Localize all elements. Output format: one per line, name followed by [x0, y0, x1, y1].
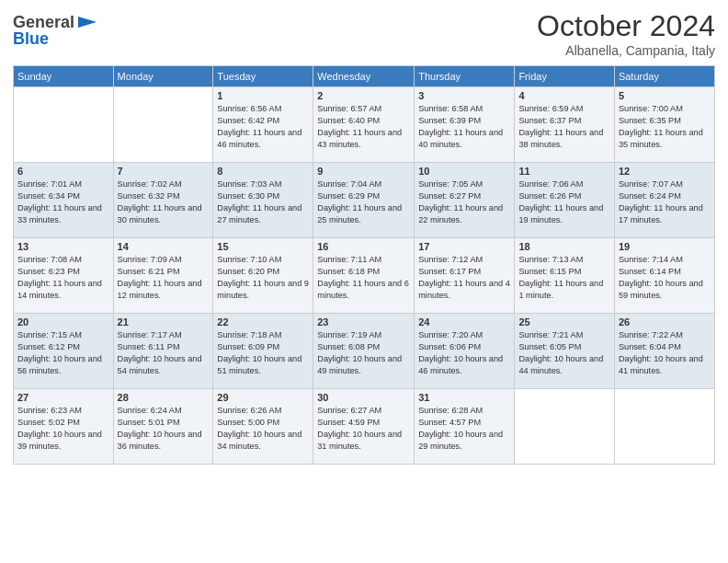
day-number: 6 — [17, 166, 109, 177]
day-number: 3 — [418, 90, 510, 101]
calendar-cell: 27Sunrise: 6:23 AMSunset: 5:02 PMDayligh… — [14, 389, 114, 465]
day-number: 19 — [619, 241, 711, 252]
day-number: 26 — [619, 316, 711, 327]
day-info: Sunrise: 6:56 AMSunset: 6:42 PMDaylight:… — [217, 103, 309, 151]
calendar-cell: 23Sunrise: 7:19 AMSunset: 6:08 PMDayligh… — [313, 314, 415, 389]
calendar-header-row: SundayMondayTuesdayWednesdayThursdayFrid… — [14, 66, 715, 87]
day-number: 22 — [217, 316, 309, 327]
calendar-day-header: Thursday — [415, 66, 515, 87]
day-info: Sunrise: 6:26 AMSunset: 5:00 PMDaylight:… — [217, 405, 309, 453]
calendar-cell: 19Sunrise: 7:14 AMSunset: 6:14 PMDayligh… — [614, 238, 714, 314]
day-number: 17 — [418, 241, 510, 252]
calendar-cell: 18Sunrise: 7:13 AMSunset: 6:15 PMDayligh… — [515, 238, 615, 314]
day-number: 21 — [118, 316, 210, 327]
calendar-cell: 28Sunrise: 6:24 AMSunset: 5:01 PMDayligh… — [113, 389, 213, 465]
day-info: Sunrise: 7:10 AMSunset: 6:20 PMDaylight:… — [217, 254, 309, 302]
calendar-cell: 3Sunrise: 6:58 AMSunset: 6:39 PMDaylight… — [415, 87, 515, 163]
day-info: Sunrise: 6:23 AMSunset: 5:02 PMDaylight:… — [17, 405, 109, 453]
day-number: 14 — [118, 241, 210, 252]
day-info: Sunrise: 7:12 AMSunset: 6:17 PMDaylight:… — [418, 254, 510, 302]
calendar-cell: 4Sunrise: 6:59 AMSunset: 6:37 PMDaylight… — [515, 87, 615, 163]
day-number: 24 — [418, 316, 510, 327]
title-block: October 2024 Albanella, Campania, Italy — [537, 9, 715, 58]
calendar-cell: 13Sunrise: 7:08 AMSunset: 6:23 PMDayligh… — [14, 238, 114, 314]
calendar-cell: 8Sunrise: 7:03 AMSunset: 6:30 PMDaylight… — [213, 163, 313, 238]
calendar-cell — [614, 389, 714, 465]
day-number: 8 — [217, 166, 309, 177]
calendar-cell: 17Sunrise: 7:12 AMSunset: 6:17 PMDayligh… — [415, 238, 515, 314]
calendar-cell: 14Sunrise: 7:09 AMSunset: 6:21 PMDayligh… — [113, 238, 213, 314]
day-number: 9 — [317, 166, 410, 177]
day-info: Sunrise: 7:15 AMSunset: 6:12 PMDaylight:… — [17, 329, 109, 377]
day-number: 30 — [317, 392, 410, 403]
calendar-cell — [14, 87, 114, 163]
calendar-cell: 31Sunrise: 6:28 AMSunset: 4:57 PMDayligh… — [415, 389, 515, 465]
calendar-week-row: 6Sunrise: 7:01 AMSunset: 6:34 PMDaylight… — [14, 163, 715, 238]
calendar-week-row: 13Sunrise: 7:08 AMSunset: 6:23 PMDayligh… — [14, 238, 715, 314]
calendar-cell: 16Sunrise: 7:11 AMSunset: 6:18 PMDayligh… — [313, 238, 415, 314]
day-info: Sunrise: 7:02 AMSunset: 6:32 PMDaylight:… — [118, 178, 210, 226]
day-number: 7 — [118, 166, 210, 177]
day-number: 15 — [217, 241, 309, 252]
day-info: Sunrise: 7:14 AMSunset: 6:14 PMDaylight:… — [619, 254, 711, 302]
day-info: Sunrise: 6:58 AMSunset: 6:39 PMDaylight:… — [418, 103, 510, 151]
day-info: Sunrise: 6:59 AMSunset: 6:37 PMDaylight:… — [518, 103, 610, 151]
calendar-cell: 22Sunrise: 7:18 AMSunset: 6:09 PMDayligh… — [213, 314, 313, 389]
calendar-cell: 1Sunrise: 6:56 AMSunset: 6:42 PMDaylight… — [213, 87, 313, 163]
day-number: 12 — [619, 166, 711, 177]
calendar-cell: 6Sunrise: 7:01 AMSunset: 6:34 PMDaylight… — [14, 163, 114, 238]
calendar-day-header: Wednesday — [313, 66, 415, 87]
page: General Blue October 2024 Albanella, Cam… — [0, 0, 728, 563]
calendar-week-row: 1Sunrise: 6:56 AMSunset: 6:42 PMDaylight… — [14, 87, 715, 163]
calendar-cell: 20Sunrise: 7:15 AMSunset: 6:12 PMDayligh… — [14, 314, 114, 389]
day-info: Sunrise: 7:07 AMSunset: 6:24 PMDaylight:… — [619, 178, 711, 226]
calendar-table: SundayMondayTuesdayWednesdayThursdayFrid… — [13, 65, 715, 465]
calendar-day-header: Sunday — [14, 66, 114, 87]
location: Albanella, Campania, Italy — [537, 43, 715, 58]
day-info: Sunrise: 7:06 AMSunset: 6:26 PMDaylight:… — [518, 178, 610, 226]
day-number: 2 — [317, 90, 410, 101]
calendar-day-header: Friday — [515, 66, 615, 87]
day-number: 28 — [118, 392, 210, 403]
day-number: 29 — [217, 392, 309, 403]
day-info: Sunrise: 7:09 AMSunset: 6:21 PMDaylight:… — [118, 254, 210, 302]
day-info: Sunrise: 7:01 AMSunset: 6:34 PMDaylight:… — [17, 178, 109, 226]
logo-blue-text: Blue — [13, 29, 97, 49]
day-number: 27 — [17, 392, 109, 403]
day-number: 13 — [17, 241, 109, 252]
calendar-cell: 5Sunrise: 7:00 AMSunset: 6:35 PMDaylight… — [614, 87, 714, 163]
day-info: Sunrise: 6:27 AMSunset: 4:59 PMDaylight:… — [317, 405, 410, 453]
calendar-cell: 15Sunrise: 7:10 AMSunset: 6:20 PMDayligh… — [213, 238, 313, 314]
calendar-cell: 11Sunrise: 7:06 AMSunset: 6:26 PMDayligh… — [515, 163, 615, 238]
calendar-cell — [515, 389, 615, 465]
day-info: Sunrise: 7:18 AMSunset: 6:09 PMDaylight:… — [217, 329, 309, 377]
calendar-day-header: Monday — [113, 66, 213, 87]
day-info: Sunrise: 7:08 AMSunset: 6:23 PMDaylight:… — [17, 254, 109, 302]
day-number: 31 — [418, 392, 510, 403]
day-number: 25 — [518, 316, 610, 327]
day-info: Sunrise: 6:57 AMSunset: 6:40 PMDaylight:… — [317, 103, 410, 151]
day-info: Sunrise: 7:04 AMSunset: 6:29 PMDaylight:… — [317, 178, 410, 226]
calendar-week-row: 20Sunrise: 7:15 AMSunset: 6:12 PMDayligh… — [14, 314, 715, 389]
day-info: Sunrise: 7:19 AMSunset: 6:08 PMDaylight:… — [317, 329, 410, 377]
calendar-cell: 9Sunrise: 7:04 AMSunset: 6:29 PMDaylight… — [313, 163, 415, 238]
day-number: 10 — [418, 166, 510, 177]
day-number: 4 — [518, 90, 610, 101]
day-info: Sunrise: 6:28 AMSunset: 4:57 PMDaylight:… — [418, 405, 510, 453]
day-number: 23 — [317, 316, 410, 327]
calendar-day-header: Tuesday — [213, 66, 313, 87]
day-info: Sunrise: 7:00 AMSunset: 6:35 PMDaylight:… — [619, 103, 711, 151]
calendar-cell: 2Sunrise: 6:57 AMSunset: 6:40 PMDaylight… — [313, 87, 415, 163]
svg-marker-0 — [78, 17, 97, 28]
day-number: 18 — [518, 241, 610, 252]
calendar-cell: 24Sunrise: 7:20 AMSunset: 6:06 PMDayligh… — [415, 314, 515, 389]
calendar-week-row: 27Sunrise: 6:23 AMSunset: 5:02 PMDayligh… — [14, 389, 715, 465]
day-info: Sunrise: 7:03 AMSunset: 6:30 PMDaylight:… — [217, 178, 309, 226]
calendar-cell: 7Sunrise: 7:02 AMSunset: 6:32 PMDaylight… — [113, 163, 213, 238]
day-info: Sunrise: 7:05 AMSunset: 6:27 PMDaylight:… — [418, 178, 510, 226]
header: General Blue October 2024 Albanella, Cam… — [13, 9, 715, 58]
calendar-cell: 10Sunrise: 7:05 AMSunset: 6:27 PMDayligh… — [415, 163, 515, 238]
day-number: 20 — [17, 316, 109, 327]
calendar-cell: 21Sunrise: 7:17 AMSunset: 6:11 PMDayligh… — [113, 314, 213, 389]
day-info: Sunrise: 6:24 AMSunset: 5:01 PMDaylight:… — [118, 405, 210, 453]
